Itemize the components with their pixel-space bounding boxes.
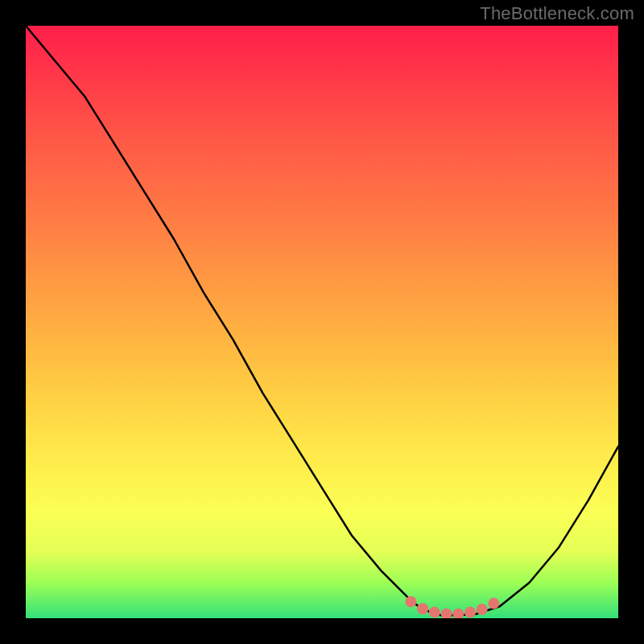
curve-marker (417, 603, 428, 614)
curve-marker (429, 607, 440, 618)
watermark-text: TheBottleneck.com (480, 3, 634, 24)
curve-marker (477, 604, 488, 615)
chart-frame: TheBottleneck.com (0, 0, 644, 644)
curve-path (26, 26, 618, 615)
curve-marker (488, 598, 499, 609)
chart-svg (26, 26, 618, 618)
curve-marker (464, 607, 476, 618)
curve-marker (405, 596, 416, 607)
curve-marker (452, 609, 464, 618)
plot-area (26, 26, 618, 618)
curve-marker (441, 609, 452, 618)
